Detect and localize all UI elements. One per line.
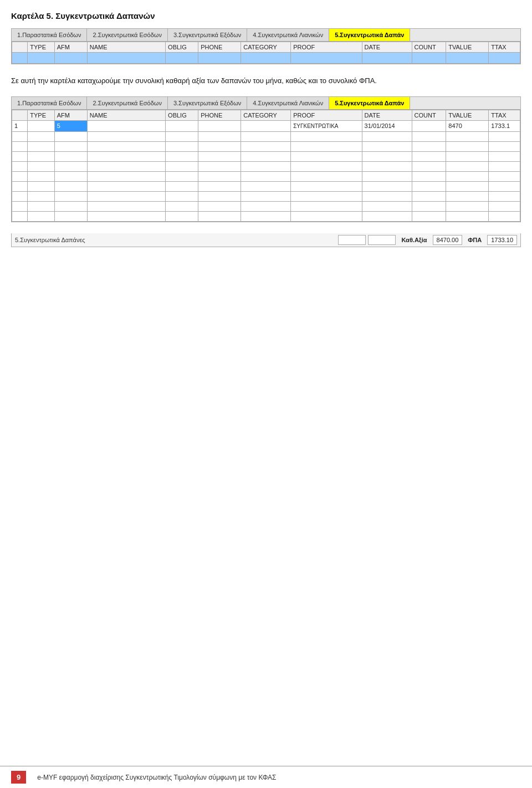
col-header-type-1: TYPE <box>28 42 54 53</box>
page-footer: 9 e-MYF εφαρμογή διαχείρισης Συγκεντρωτι… <box>0 766 532 788</box>
tab-5-sygkdapanon[interactable]: 5.Συγκεντρωτικά Δαπάν <box>329 29 410 41</box>
section-2: 1.Παραστατικά Εσόδων 2.Συγκεντρωτικά Εσό… <box>11 96 521 247</box>
tab-1-parastatikaesodwn[interactable]: 1.Παραστατικά Εσόδων <box>12 29 87 41</box>
col-header-category-1: CATEGORY <box>241 42 291 53</box>
col2-header-tvalue: TVALUE <box>446 110 489 120</box>
col2-header-count: COUNT <box>412 110 446 120</box>
col2-header-afm: AFM <box>54 110 87 120</box>
table-row-empty <box>12 171 520 181</box>
table-row-empty <box>12 151 520 161</box>
cell-name <box>87 53 165 64</box>
grid-footer: 5.Συγκεντρωτικά Δαπάνες Καθ.Αξία 8470.00… <box>11 233 521 247</box>
cell2-afm: 5 <box>54 120 87 131</box>
col-header-rownum <box>12 42 28 53</box>
cell-count <box>412 53 446 64</box>
cell-type <box>28 53 54 64</box>
cell-rownum <box>12 53 28 64</box>
cell-oblig <box>166 53 198 64</box>
col-header-tvalue-1: TVALUE <box>446 42 489 53</box>
cell2-category <box>241 120 291 131</box>
description-text: Σε αυτή την καρτέλα καταχωρούμε την συνο… <box>11 75 521 86</box>
table-row <box>12 53 520 64</box>
cell-afm <box>54 53 87 64</box>
table-1-wrapper: TYPE AFM NAME OBLIG PHONE CATEGORY PROOF… <box>11 41 521 64</box>
tab-4-sygklianikon[interactable]: 4.Συγκεντρωτικά Λιανικών <box>247 29 329 41</box>
col2-header-ttax: TTAX <box>489 110 520 120</box>
col-header-name-1: NAME <box>87 42 165 53</box>
col2-header-oblig: OBLIG <box>166 110 198 120</box>
footer-section-label: 5.Συγκεντρωτικά Δαπάνες <box>15 237 336 243</box>
col2-header-rownum <box>12 110 28 120</box>
footer-empty-cell <box>338 235 366 245</box>
tab2-2-sygkesodwn[interactable]: 2.Συγκεντρωτικά Εσόδων <box>87 97 167 109</box>
table-row-empty <box>12 191 520 201</box>
col2-header-phone: PHONE <box>198 110 241 120</box>
footer-app-text: e-MYF εφαρμογή διαχείρισης Συγκεντρωτική… <box>37 774 276 781</box>
cell2-oblig <box>166 120 198 131</box>
col2-header-date: DATE <box>362 110 412 120</box>
cell-category <box>241 53 291 64</box>
table-row-empty <box>12 211 520 221</box>
footer-kath-axia-value: 8470.00 <box>433 235 463 245</box>
tab2-5-sygkdapanon[interactable]: 5.Συγκεντρωτικά Δαπάν <box>329 97 410 109</box>
cell-tvalue <box>446 53 489 64</box>
cell2-rownum: 1 <box>12 120 28 131</box>
cell-ttax <box>489 53 520 64</box>
footer-kath-axia-label: Καθ.Αξία <box>398 236 430 244</box>
col-header-proof-1: PROOF <box>291 42 362 53</box>
page-title: Καρτέλα 5. Συγκεντρωτικά Δαπανών <box>11 11 521 21</box>
cell2-phone <box>198 120 241 131</box>
footer-fpa-label: ΦΠΑ <box>464 236 485 244</box>
table-row-empty <box>12 131 520 141</box>
tab-3-sygkexodwn[interactable]: 3.Συγκεντρωτικά Εξόδων <box>168 29 247 41</box>
table-row-empty <box>12 201 520 211</box>
col2-header-type: TYPE <box>28 110 54 120</box>
cell-phone <box>198 53 241 64</box>
cell2-name <box>87 120 165 131</box>
col2-header-name: NAME <box>87 110 165 120</box>
cell2-tvalue: 8470 <box>446 120 489 131</box>
col2-header-proof: PROOF <box>291 110 362 120</box>
tab-bar-1: 1.Παραστατικά Εσόδων 2.Συγκεντρωτικά Εσό… <box>11 28 521 41</box>
col-header-count-1: COUNT <box>412 42 446 53</box>
cell2-ttax: 1733.1 <box>489 120 520 131</box>
tab2-1-parastatikaesodwn[interactable]: 1.Παραστατικά Εσόδων <box>12 97 87 109</box>
col-header-oblig-1: OBLIG <box>166 42 198 53</box>
col-header-phone-1: PHONE <box>198 42 241 53</box>
table-row-empty <box>12 181 520 191</box>
tab-2-sygkesodwn[interactable]: 2.Συγκεντρωτικά Εσόδων <box>87 29 167 41</box>
page-number: 9 <box>11 771 26 784</box>
cell2-type <box>28 120 54 131</box>
tab2-3-sygkexodwn[interactable]: 3.Συγκεντρωτικά Εξόδων <box>168 97 247 109</box>
table-2-wrapper: TYPE AFM NAME OBLIG PHONE CATEGORY PROOF… <box>11 109 521 222</box>
cell2-date: 31/01/2014 <box>362 120 412 131</box>
cell-date <box>362 53 412 64</box>
footer-empty-cell2 <box>368 235 396 245</box>
table-row-empty <box>12 141 520 151</box>
table-row-empty <box>12 161 520 171</box>
cell2-count <box>412 120 446 131</box>
col-header-afm-1: AFM <box>54 42 87 53</box>
tab2-4-sygklianikon[interactable]: 4.Συγκεντρωτικά Λιανικών <box>247 97 329 109</box>
col-header-ttax-1: TTAX <box>489 42 520 53</box>
table-2: TYPE AFM NAME OBLIG PHONE CATEGORY PROOF… <box>12 110 520 222</box>
cell-proof <box>291 53 362 64</box>
table-1: TYPE AFM NAME OBLIG PHONE CATEGORY PROOF… <box>12 42 520 64</box>
col2-header-category: CATEGORY <box>241 110 291 120</box>
footer-fpa-value: 1733.10 <box>487 235 517 245</box>
table-row: 1 5 ΣΥΓΚΕΝΤΡΩΤΙΚΑ 31/01/2014 8470 1733.1 <box>12 120 520 131</box>
cell2-proof: ΣΥΓΚΕΝΤΡΩΤΙΚΑ <box>291 120 362 131</box>
tab-bar-2: 1.Παραστατικά Εσόδων 2.Συγκεντρωτικά Εσό… <box>11 96 521 109</box>
col-header-date-1: DATE <box>362 42 412 53</box>
